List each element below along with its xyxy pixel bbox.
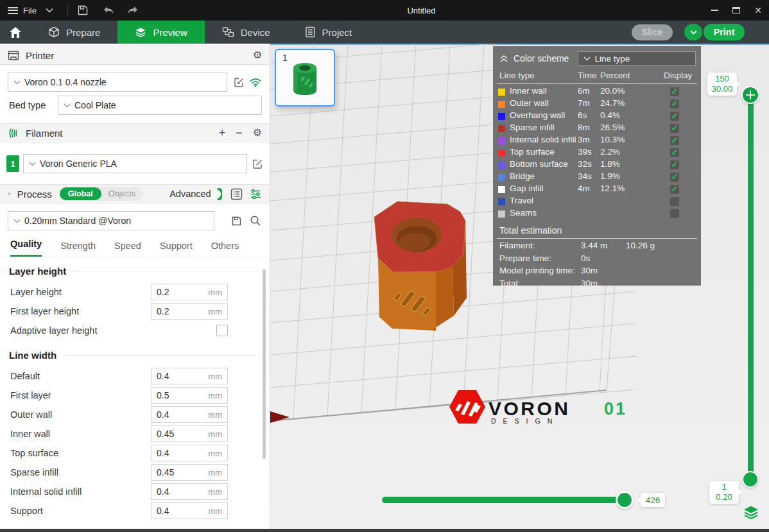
advanced-toggle[interactable] (216, 188, 222, 200)
legend-display-checkbox[interactable]: ✓ (670, 173, 679, 182)
legend-time: 4m (578, 184, 590, 193)
process-tab-quality[interactable]: Quality (10, 239, 42, 257)
home-tab[interactable] (0, 21, 31, 44)
param-input[interactable]: 0.45mm (151, 425, 228, 442)
legend-color-swatch (498, 186, 505, 193)
layer-slider-bottom-handle[interactable] (742, 471, 759, 488)
legend-color-swatch (498, 150, 505, 157)
process-tab-strength[interactable]: Strength (60, 241, 96, 257)
redo-icon[interactable] (126, 0, 139, 21)
collapse-panel-icon[interactable] (499, 55, 508, 63)
legend-row: Internal solid infill3m10.3%✓ (493, 135, 701, 147)
process-tab-others[interactable]: Others (211, 241, 239, 257)
legend-display-checkbox[interactable]: ✓ (670, 185, 679, 194)
color-scheme-select[interactable]: Line type (578, 51, 696, 65)
scope-objects[interactable]: Objects (101, 187, 143, 200)
legend-row: Top surface39s2.2%✓ (493, 147, 701, 159)
tab-prepare[interactable]: Prepare (31, 21, 117, 44)
hamburger-menu-icon[interactable] (0, 0, 18, 21)
color-scheme-label: Color scheme (514, 53, 569, 64)
process-tab-support[interactable]: Support (160, 241, 193, 257)
printer-select[interactable]: Voron 0.1 0.4 nozzle (8, 73, 227, 92)
move-slider-track[interactable] (382, 497, 632, 503)
tab-project[interactable]: Project (288, 21, 370, 44)
legend-display-checkbox[interactable]: ✓ (670, 112, 679, 121)
legend-display-checkbox[interactable]: ✓ (670, 87, 679, 96)
maximize-button[interactable] (725, 0, 747, 21)
param-input[interactable]: 0.4mm (151, 445, 228, 461)
move-slider-handle[interactable] (616, 491, 634, 509)
remove-filament-icon[interactable]: − (236, 127, 243, 139)
layers-mode-icon[interactable] (742, 504, 760, 524)
param-row: Support0.4mm (10, 502, 228, 519)
legend-display-checkbox[interactable]: ✓ (670, 99, 679, 108)
legend-time: 39s (578, 147, 592, 157)
minimize-button[interactable] (704, 0, 725, 21)
param-input[interactable]: 0.5mm (151, 387, 228, 404)
tab-device[interactable]: Device (205, 21, 288, 44)
wifi-connection-icon[interactable] (249, 78, 262, 87)
legend-display-checkbox[interactable]: ✓ (670, 124, 679, 133)
print-dropdown-button[interactable] (684, 24, 702, 40)
legend-display-checkbox[interactable]: ✓ (670, 160, 679, 169)
process-tab-speed[interactable]: Speed (114, 241, 141, 257)
param-input[interactable]: 0.4mm (151, 406, 228, 423)
bed-type-select[interactable]: Cool Plate (58, 96, 262, 115)
undo-icon[interactable] (103, 0, 116, 21)
tab-label: Prepare (66, 27, 100, 38)
layer-slider-track[interactable] (748, 94, 754, 479)
save-icon[interactable] (77, 0, 89, 21)
param-unit: mm (208, 468, 222, 477)
param-input[interactable]: 0.4mm (151, 368, 228, 384)
slice-button[interactable]: Slice (632, 24, 673, 40)
home-icon (9, 26, 22, 39)
tune-parameters-icon[interactable] (250, 188, 262, 200)
tab-preview[interactable]: Preview (117, 21, 204, 44)
legend-display-checkbox[interactable]: ✓ (670, 197, 679, 206)
print-button[interactable]: Print (704, 24, 745, 40)
group-divider (63, 355, 259, 356)
filament-slot-number[interactable]: 1 (6, 155, 19, 172)
file-chevron-down-icon[interactable] (46, 0, 53, 21)
param-label: Internal solid infill (10, 486, 82, 497)
legend-label: Gap infill (510, 184, 544, 193)
process-scope-toggle[interactable]: Global Objects (60, 187, 143, 201)
chevron-down-icon (13, 80, 21, 85)
viewport-3d[interactable]: VORON DESIGN 01 (270, 44, 769, 532)
save-preset-icon[interactable] (231, 216, 242, 227)
plate-thumbnail[interactable]: 1 (275, 49, 335, 107)
legend-display-checkbox[interactable]: ✓ (670, 148, 679, 157)
edit-printer-icon[interactable] (234, 77, 245, 88)
file-menu[interactable]: File (23, 6, 37, 15)
scope-global[interactable]: Global (60, 187, 101, 200)
param-input[interactable]: 0.2mm (151, 303, 228, 320)
param-value: 0.45 (157, 467, 174, 477)
legend-row: Outer wall7m24.7%✓ (493, 98, 701, 110)
legend-color-swatch (498, 210, 505, 218)
filament-settings-icon[interactable]: ⚙ (253, 128, 262, 138)
param-checkbox[interactable] (216, 325, 228, 336)
param-input[interactable]: 0.2mm (151, 284, 228, 300)
move-slider-badge: 426 (641, 493, 665, 507)
legend-label: Internal solid infill (510, 135, 576, 144)
tab-label: Device (241, 27, 270, 38)
param-unit: mm (208, 429, 222, 439)
settings-body: Layer heightLayer height0.2mmFirst layer… (0, 257, 270, 532)
chevron-down-icon (690, 30, 697, 35)
parameter-list-icon[interactable] (230, 188, 243, 200)
process-preset-select[interactable]: 0.20mm Standard @Voron (8, 211, 214, 230)
edit-filament-icon[interactable] (252, 159, 263, 169)
legend-display-checkbox[interactable]: ✓ (670, 209, 679, 218)
printer-settings-icon[interactable]: ⚙ (253, 50, 262, 60)
search-preset-icon[interactable] (250, 215, 261, 227)
legend-display-checkbox[interactable]: ✓ (670, 136, 679, 145)
param-input[interactable]: 0.4mm (151, 502, 228, 519)
filament-select[interactable]: Voron Generic PLA (23, 154, 247, 173)
add-filament-icon[interactable]: + (219, 127, 226, 139)
total-row: Model printing time:30m (493, 266, 701, 279)
layer-slider-top-handle[interactable] (741, 86, 759, 104)
param-input[interactable]: 0.4mm (151, 483, 228, 500)
param-input[interactable]: 0.45mm (151, 464, 228, 481)
close-button[interactable]: ✕ (747, 0, 769, 21)
settings-scrollbar[interactable] (263, 270, 266, 459)
